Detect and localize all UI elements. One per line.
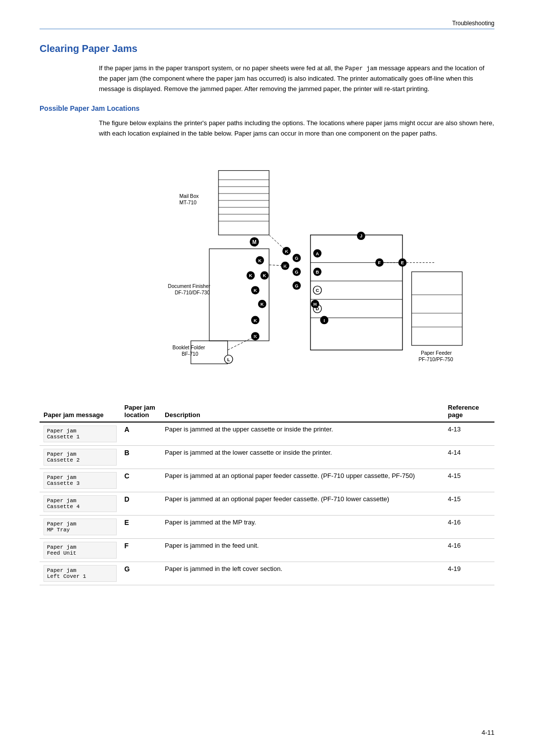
jam-message-code: Paper jam Left Cover 1 (44, 565, 117, 582)
jam-description-cell: Paper is jammed at the upper cassette or… (161, 422, 444, 446)
jam-location-cell: B (121, 446, 161, 469)
jam-reference-cell: 4-15 (444, 469, 494, 492)
svg-text:L: L (227, 357, 230, 362)
mail-box-group: Mail Box MT-710 M (179, 171, 269, 246)
svg-rect-67 (412, 272, 462, 346)
svg-text:K: K (285, 249, 288, 254)
svg-text:PF-710/PF-750: PF-710/PF-750 (419, 357, 453, 362)
jam-message-code: Paper jam Cassette 2 (44, 449, 117, 466)
svg-text:BF-710: BF-710 (181, 351, 198, 357)
jam-description-cell: Paper is jammed at an optional paper fee… (161, 469, 444, 492)
jam-reference-cell: 4-16 (444, 539, 494, 562)
jam-message-cell: Paper jam Feed Unit (40, 539, 121, 562)
col-header-description: Description (161, 401, 444, 422)
paper-jam-diagram: Mail Box MT-710 M Document Finisher DF-7… (99, 148, 494, 386)
page-header: Troubleshooting (40, 20, 494, 29)
jam-message-cell: Paper jam Left Cover 1 (40, 562, 121, 585)
svg-text:Document Finisher: Document Finisher (168, 284, 211, 289)
svg-text:M: M (252, 239, 257, 245)
page: Troubleshooting Clearing Paper Jams If t… (0, 0, 534, 756)
jam-message-cell: Paper jam Cassette 3 (40, 469, 121, 492)
svg-text:G: G (295, 284, 298, 288)
jam-location-cell: E (121, 516, 161, 539)
doc-finisher-group: Document Finisher DF-710/DF-730 K K K K … (168, 249, 269, 341)
svg-text:Paper Feeder: Paper Feeder (421, 350, 452, 356)
section-title: Clearing Paper Jams (40, 43, 494, 54)
table-row: Paper jam Left Cover 1GPaper is jammed i… (40, 562, 494, 585)
table-row: Paper jam Cassette 1APaper is jammed at … (40, 422, 494, 446)
svg-text:H: H (313, 302, 317, 307)
table-header-row: Paper jam message Paper jamlocation Desc… (40, 401, 494, 422)
svg-text:E: E (401, 261, 404, 266)
jam-description-cell: Paper is jammed in the left cover sectio… (161, 562, 444, 585)
svg-rect-0 (219, 171, 269, 235)
col-header-location: Paper jamlocation (121, 401, 161, 422)
jam-table: Paper jam message Paper jamlocation Desc… (40, 401, 494, 585)
svg-text:K: K (263, 274, 267, 279)
breadcrumb: Troubleshooting (452, 20, 494, 27)
jam-location-cell: D (121, 492, 161, 516)
jam-message-code: Paper jam Cassette 1 (44, 425, 117, 442)
jam-message-cell: Paper jam Cassette 1 (40, 422, 121, 446)
jam-reference-cell: 4-13 (444, 422, 494, 446)
booklet-folder-group: Booklet Folder BF-710 L K (173, 332, 260, 364)
svg-text:DF-710/DF-730: DF-710/DF-730 (175, 290, 210, 295)
jam-message-cell: Paper jam MP Tray (40, 516, 121, 539)
table-row: Paper jam MP TrayEPaper is jammed at the… (40, 516, 494, 539)
paper-feeder-group: Paper Feeder PF-710/PF-750 (412, 272, 462, 362)
svg-rect-32 (311, 235, 402, 350)
intro-text: If the paper jams in the paper transport… (99, 63, 494, 94)
subsection-title: Possible Paper Jam Locations (40, 104, 494, 112)
jam-location-cell: F (121, 539, 161, 562)
printer-body-group: A B C D H I (311, 235, 402, 350)
svg-text:B: B (316, 270, 319, 275)
col-header-message: Paper jam message (40, 401, 121, 422)
svg-text:K: K (254, 318, 257, 323)
svg-text:G: G (295, 270, 298, 275)
table-body: Paper jam Cassette 1APaper is jammed at … (40, 422, 494, 585)
col-header-reference: Referencepage (444, 401, 494, 422)
svg-text:Booklet Folder: Booklet Folder (173, 345, 205, 350)
svg-text:C: C (316, 288, 319, 293)
jam-message-code: Paper jam MP Tray (44, 519, 117, 535)
svg-text:K: K (283, 264, 287, 269)
svg-text:K: K (249, 274, 253, 279)
diagram-area: Mail Box MT-710 M Document Finisher DF-7… (99, 148, 494, 386)
jam-reference-cell: 4-16 (444, 516, 494, 539)
page-number: 4-11 (482, 729, 494, 736)
svg-text:K: K (261, 302, 264, 307)
jam-message-code: Paper jam Cassette 4 (44, 495, 117, 512)
jam-message-code: Paper jam Cassette 3 (44, 472, 117, 489)
jam-location-cell: C (121, 469, 161, 492)
jam-location-cell: A (121, 422, 161, 446)
table-row: Paper jam Cassette 4DPaper is jammed at … (40, 492, 494, 516)
jam-description-cell: Paper is jammed at the lower cassette or… (161, 446, 444, 469)
svg-text:J: J (360, 234, 362, 239)
svg-text:A: A (316, 251, 319, 256)
jam-message-cell: Paper jam Cassette 4 (40, 492, 121, 516)
subsection-text: The figure below explains the printer's … (99, 118, 494, 139)
jam-description-cell: Paper is jammed at an optional paper fee… (161, 492, 444, 516)
mail-box-model: MT-710 (179, 200, 197, 206)
svg-text:K: K (258, 258, 262, 263)
svg-text:G: G (295, 256, 298, 261)
svg-line-75 (227, 336, 255, 350)
jam-message-cell: Paper jam Cassette 2 (40, 446, 121, 469)
jam-location-cell: G (121, 562, 161, 585)
table-row: Paper jam Feed UnitFPaper is jammed in t… (40, 539, 494, 562)
jam-description-cell: Paper is jammed in the feed unit. (161, 539, 444, 562)
mail-box-label: Mail Box (179, 194, 199, 199)
jam-reference-cell: 4-15 (444, 492, 494, 516)
svg-text:I: I (324, 318, 325, 323)
svg-text:F: F (378, 261, 381, 266)
svg-line-73 (269, 235, 286, 251)
table-row: Paper jam Cassette 2BPaper is jammed at … (40, 446, 494, 469)
svg-text:K: K (254, 288, 257, 293)
table-row: Paper jam Cassette 3CPaper is jammed at … (40, 469, 494, 492)
jam-message-code: Paper jam Feed Unit (44, 542, 117, 559)
jam-description-cell: Paper is jammed at the MP tray. (161, 516, 444, 539)
jam-reference-cell: 4-14 (444, 446, 494, 469)
inline-code: Paper jam (345, 65, 377, 72)
jam-reference-cell: 4-19 (444, 562, 494, 585)
